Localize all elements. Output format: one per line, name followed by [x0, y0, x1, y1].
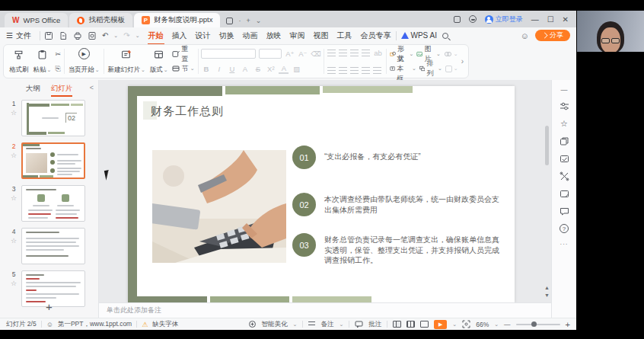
- share-button[interactable]: 分享: [535, 30, 570, 41]
- copy-button[interactable]: ⎘: [55, 63, 61, 74]
- reading-view-button[interactable]: [420, 321, 429, 328]
- tab-home[interactable]: 开始: [148, 29, 164, 43]
- layout-dropdown-icon[interactable]: ⌄: [164, 67, 168, 73]
- play-from-current-button[interactable]: ▶ 当页开始⌄: [66, 47, 102, 75]
- collapse-panel-icon[interactable]: <: [90, 84, 94, 91]
- new-tab-button[interactable]: +: [246, 17, 250, 24]
- ribbon-expand-button[interactable]: ›: [460, 47, 465, 75]
- format-painter-button[interactable]: 格式刷: [7, 47, 31, 75]
- highlight-color-button[interactable]: ▨: [292, 65, 301, 73]
- justify-icon[interactable]: [362, 67, 370, 74]
- font-size-select[interactable]: [259, 49, 282, 59]
- workspace-icon[interactable]: [454, 16, 461, 23]
- font-color-button[interactable]: A: [279, 64, 289, 74]
- search-icon[interactable]: [442, 33, 448, 39]
- align-center-icon[interactable]: [339, 67, 347, 74]
- notes-button[interactable]: 备注: [320, 320, 333, 329]
- arrange-button[interactable]: 排列⌄: [419, 63, 442, 74]
- minimize-button[interactable]: —: [531, 15, 539, 24]
- normal-view-button[interactable]: [393, 321, 401, 328]
- tab-outline[interactable]: 大纲: [26, 84, 40, 94]
- slide-thumb-1[interactable]: 1☆ 02: [0, 97, 98, 139]
- superscript-button[interactable]: X²: [266, 65, 276, 73]
- layout-button[interactable]: 版式⌄: [148, 47, 171, 75]
- tab-wps-office[interactable]: W WPS Office: [5, 13, 68, 27]
- picture-button[interactable]: 图片⌄: [416, 49, 440, 59]
- strikethrough-button[interactable]: S: [253, 65, 263, 73]
- italic-button[interactable]: I: [214, 65, 224, 73]
- next-slide-button[interactable]: ▼: [544, 293, 550, 298]
- zoom-out-button[interactable]: —: [504, 321, 511, 328]
- section-button[interactable]: 节⌄: [172, 63, 195, 74]
- image-check-icon[interactable]: [560, 154, 569, 164]
- tab-list-dropdown-icon[interactable]: ⌄: [256, 17, 262, 24]
- text-direction-icon[interactable]: ab: [373, 49, 383, 57]
- cut-button[interactable]: ✂: [55, 49, 61, 59]
- close-button[interactable]: ✕: [563, 15, 569, 24]
- zoom-in-button[interactable]: +: [566, 320, 570, 329]
- layers-icon[interactable]: [560, 136, 569, 146]
- save-icon[interactable]: [44, 31, 53, 40]
- smart-beautify-button[interactable]: 智能美化: [262, 320, 288, 329]
- skin-settings-icon[interactable]: [469, 15, 477, 23]
- tab-document[interactable]: P 财务制度说明.pptx: [134, 13, 221, 27]
- add-slide-button[interactable]: +: [0, 300, 98, 313]
- play-dropdown-icon[interactable]: ⌄: [95, 67, 100, 73]
- login-button[interactable]: 立即登录: [485, 14, 523, 24]
- favorites-star-icon[interactable]: ☆: [560, 119, 568, 129]
- redo-icon[interactable]: ↷: [123, 31, 129, 40]
- paste-dropdown-icon[interactable]: ⌄: [47, 67, 52, 73]
- star-icon[interactable]: ☆: [11, 194, 17, 202]
- design-tools-icon[interactable]: [560, 171, 569, 181]
- vertical-scrollbar[interactable]: [545, 126, 549, 165]
- decrease-font-button[interactable]: A⁻: [298, 50, 308, 58]
- export-pdf-icon[interactable]: [59, 31, 68, 40]
- notes-area[interactable]: 单击此处添加备注: [99, 302, 551, 318]
- underline-button[interactable]: U: [227, 65, 237, 73]
- slide-canvas[interactable]: 财务工作总则: [99, 80, 551, 318]
- new-slide-button[interactable]: 新建幻灯片⌄: [105, 47, 147, 75]
- feedback-smiley-icon[interactable]: ☺: [521, 31, 529, 40]
- notes-dropdown-icon[interactable]: ⌄: [339, 321, 343, 328]
- undo-icon[interactable]: ↶: [102, 31, 108, 40]
- thumbnail[interactable]: 02: [21, 100, 85, 136]
- star-icon[interactable]: ☆: [11, 109, 17, 117]
- char-border-button[interactable]: A: [240, 65, 250, 73]
- maximize-button[interactable]: ☐: [547, 15, 554, 24]
- tab-review[interactable]: 审阅: [289, 29, 306, 43]
- tab-design[interactable]: 设计: [195, 29, 212, 43]
- point-item-2[interactable]: 02 本次调查经费由带队老师统筹，统一由财政委员会支出集体所需费用: [292, 193, 505, 216]
- align-right-icon[interactable]: [350, 67, 359, 74]
- comment-button[interactable]: 批注: [368, 320, 381, 329]
- zoom-slider-knob[interactable]: [531, 321, 537, 327]
- clear-format-icon[interactable]: ⌫: [311, 50, 320, 58]
- tab-slideshow[interactable]: 放映: [266, 29, 282, 43]
- tab-animation[interactable]: 动画: [242, 29, 259, 43]
- slide-thumb-3[interactable]: 3☆: [0, 182, 98, 225]
- play-mode-dropdown-icon[interactable]: ⌄: [452, 321, 457, 328]
- merge-shapes-button[interactable]: ⌄: [444, 49, 458, 59]
- point-item-3[interactable]: 03 财务总管负责记录每一笔调查支出，确保账单信息真实透明，保管、整理支出凭证，…: [292, 233, 505, 266]
- fit-slide-icon[interactable]: [462, 320, 470, 328]
- slide-title[interactable]: 财务工作总则: [151, 104, 224, 119]
- tab-member[interactable]: 会员专享: [360, 29, 392, 43]
- decrease-indent-icon[interactable]: [350, 50, 359, 56]
- slideshow-play-button[interactable]: ▶: [434, 320, 447, 329]
- new-slide-dropdown-icon[interactable]: ⌄: [141, 67, 145, 73]
- tab-docer-templates[interactable]: 找稻壳模板: [69, 13, 132, 27]
- print-icon[interactable]: [73, 31, 82, 40]
- thumbnail[interactable]: [21, 185, 85, 222]
- align-left-icon[interactable]: [327, 67, 336, 74]
- comment-bubble-icon[interactable]: [560, 206, 569, 216]
- slide-thumb-4[interactable]: 4☆: [0, 225, 98, 267]
- tab-tools[interactable]: 工具: [336, 29, 353, 43]
- bullet-list-icon[interactable]: [327, 50, 336, 56]
- frame-icon[interactable]: [560, 189, 569, 199]
- paste-button[interactable]: 粘贴⌄: [31, 47, 54, 75]
- numbered-list-icon[interactable]: [339, 50, 347, 56]
- qat-customize-icon[interactable]: ⌄: [135, 33, 140, 39]
- star-icon[interactable]: ☆: [11, 280, 17, 287]
- file-menu[interactable]: ☰ 文件: [6, 30, 31, 41]
- font-family-select[interactable]: [201, 49, 256, 59]
- properties-sliders-icon[interactable]: [560, 101, 569, 111]
